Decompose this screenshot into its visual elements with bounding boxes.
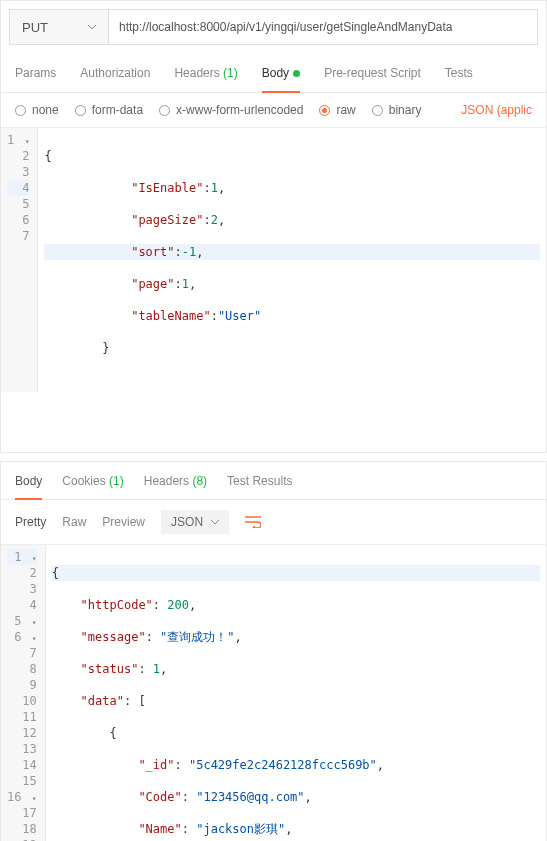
unsaved-dot-icon: [293, 70, 300, 77]
resp-tab-headers[interactable]: Headers (8): [144, 463, 207, 499]
radio-icon: [159, 105, 170, 116]
view-pretty[interactable]: Pretty: [15, 515, 46, 529]
gutter: 1 ▾ 2 3 4 5 ▾ 6 ▾ 7 8 9 10 11 12 13 14 1…: [1, 545, 46, 841]
tab-body[interactable]: Body: [262, 54, 300, 92]
editor-padding: [1, 392, 546, 452]
tab-headers[interactable]: Headers (1): [174, 54, 237, 92]
gutter: 1 ▾ 2 3 4 5 6 7: [1, 128, 38, 392]
resp-tab-body[interactable]: Body: [15, 463, 42, 499]
request-tabs: Params Authorization Headers (1) Body Pr…: [1, 53, 546, 93]
request-body-editor[interactable]: 1 ▾ 2 3 4 5 6 7 { "IsEnable":1, "pageSiz…: [1, 127, 546, 392]
method-value: PUT: [22, 20, 48, 35]
radio-form-data[interactable]: form-data: [75, 103, 143, 117]
tab-authorization[interactable]: Authorization: [80, 54, 150, 92]
resp-tab-test-results[interactable]: Test Results: [227, 463, 292, 499]
method-bar: PUT: [1, 1, 546, 53]
chevron-down-icon: [211, 520, 219, 525]
radio-binary[interactable]: binary: [372, 103, 422, 117]
body-type-row: none form-data x-www-form-urlencoded raw…: [1, 93, 546, 127]
tab-prerequest[interactable]: Pre-request Script: [324, 54, 421, 92]
tab-params[interactable]: Params: [15, 54, 56, 92]
url-input[interactable]: [109, 9, 538, 45]
radio-urlencoded[interactable]: x-www-form-urlencoded: [159, 103, 303, 117]
code-area[interactable]: { "IsEnable":1, "pageSize":2, "sort":-1,…: [38, 128, 546, 392]
method-select[interactable]: PUT: [9, 9, 109, 45]
code-area[interactable]: { "httpCode": 200, "message": "查询成功！", "…: [46, 545, 546, 841]
wrap-lines-icon[interactable]: [245, 516, 261, 528]
response-tabs: Body Cookies (1) Headers (8) Test Result…: [1, 462, 546, 500]
radio-icon: [372, 105, 383, 116]
response-format-select[interactable]: JSON: [161, 510, 229, 534]
radio-icon: [319, 105, 330, 116]
radio-raw[interactable]: raw: [319, 103, 355, 117]
tab-tests[interactable]: Tests: [445, 54, 473, 92]
radio-icon: [75, 105, 86, 116]
resp-tab-cookies[interactable]: Cookies (1): [62, 463, 123, 499]
radio-none[interactable]: none: [15, 103, 59, 117]
radio-icon: [15, 105, 26, 116]
view-preview[interactable]: Preview: [102, 515, 145, 529]
view-raw[interactable]: Raw: [62, 515, 86, 529]
response-editor[interactable]: 1 ▾ 2 3 4 5 ▾ 6 ▾ 7 8 9 10 11 12 13 14 1…: [1, 544, 546, 841]
chevron-down-icon: [88, 25, 96, 30]
view-toolbar: Pretty Raw Preview JSON: [1, 500, 546, 544]
content-type-select[interactable]: JSON (applic: [461, 103, 532, 117]
request-panel: PUT Params Authorization Headers (1) Bod…: [0, 0, 547, 453]
response-panel: Body Cookies (1) Headers (8) Test Result…: [0, 461, 547, 841]
